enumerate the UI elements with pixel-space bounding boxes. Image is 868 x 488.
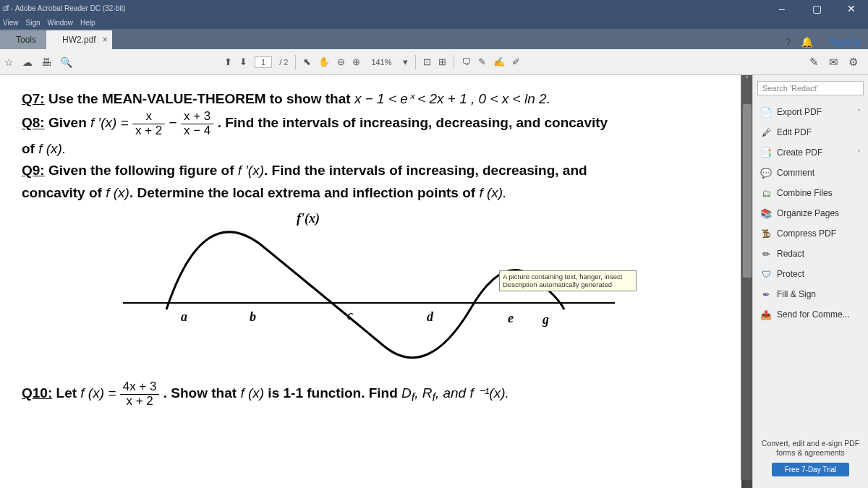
zoom-in-icon[interactable]: ⊕ [352,56,360,67]
point-e: e [508,308,514,329]
divider [295,55,296,69]
q9-label: Q9: [22,163,45,178]
q8-given: Given [45,116,90,131]
hand-tool-icon[interactable]: ✋ [318,56,330,67]
scroll-up-icon[interactable]: ˄ [741,75,752,87]
free-trial-button[interactable]: Free 7-Day Trial [772,463,850,476]
close-window-button[interactable]: ✕ [839,3,864,14]
print-icon[interactable]: 🖶 [41,56,51,68]
tool-label: Comment [777,168,814,178]
chevron-down-icon: ˅ [857,108,861,116]
toolbar-center: ⬆ ⬇ 1 / 2 ⬉ ✋ ⊖ ⊕ 141% ▾ ⊡ ⊞ 🗨 ✎ ✍ ✐ [224,55,520,69]
draw-icon[interactable]: ✍ [493,56,505,67]
vertical-scrollbar[interactable] [741,75,752,480]
protect-icon: 🛡 [760,268,772,280]
point-a: a [181,307,187,328]
alt-text-tooltip: A picture containing text, hanger, insec… [499,270,637,291]
q7-line: Q7: Use the MEAN-VALUE-THEOREM to show t… [22,88,720,110]
tool-label: Protect [777,269,804,279]
menu-help[interactable]: Help [80,19,95,27]
redact-icon: ✏ [760,248,772,260]
tool-export-pdf[interactable]: 📄Export PDF˅ [757,103,864,121]
organize-icon: 📚 [760,207,772,219]
sign-tool-icon[interactable]: ✎ [809,56,819,69]
document-page[interactable]: Q7: Use the MEAN-VALUE-THEOREM to show t… [0,75,741,488]
more-icon[interactable]: ⚙ [848,56,858,69]
fit-width-icon[interactable]: ⊡ [423,56,431,67]
zoom-out-icon[interactable]: ⊖ [337,56,345,67]
main-area: Q7: Use the MEAN-VALUE-THEOREM to show t… [0,75,868,488]
q9-line1: Q9: Given the following figure of f ′(x)… [22,160,720,181]
q8-rest: . Find the intervals of increasing, decr… [218,116,608,131]
menu-window[interactable]: Window [48,19,74,27]
tools-sidebar: Search 'Redact' 📄Export PDF˅ 🖉Edit PDF 📑… [752,75,868,488]
fit-page-icon[interactable]: ⊞ [438,56,446,67]
chevron-down-icon: ˅ [857,149,861,157]
tool-label: Send for Comme... [777,309,850,320]
select-tool-icon[interactable]: ⬉ [303,56,311,67]
tab-close-icon[interactable]: × [103,35,108,45]
tool-fill-sign[interactable]: ✒Fill & Sign [757,285,864,304]
page-up-icon[interactable]: ⬆ [224,56,232,67]
tab-bar: Tools HW2.pdf × ? 🔔 Sign In [0,29,868,49]
divider [454,55,454,69]
q9-line2: concavity of f (x). Determine the local … [22,182,720,204]
star-icon[interactable]: ☆ [4,56,14,68]
search-icon[interactable]: 🔍 [60,56,72,68]
page-down-icon[interactable]: ⬇ [239,56,247,67]
menu-sign[interactable]: Sign [26,19,41,27]
tool-compress-pdf[interactable]: 🗜Compress PDF [757,224,864,243]
bell-icon[interactable]: 🔔 [801,36,813,48]
mail-icon[interactable]: ✉ [829,56,838,69]
comment-icon: 💬 [760,167,772,179]
maximize-button[interactable]: ▢ [804,3,829,14]
tool-send-comment[interactable]: 📤Send for Comme... [757,305,864,324]
document-container: Q7: Use the MEAN-VALUE-THEOREM to show t… [0,75,752,488]
sidebar-search-input[interactable]: Search 'Redact' [757,81,864,95]
tool-label: Export PDF [777,107,822,117]
sign-in-link[interactable]: Sign In [829,36,861,48]
tool-redact[interactable]: ✏Redact [757,244,864,263]
divider [415,55,416,69]
highlight-icon[interactable]: ✎ [478,56,486,67]
page-number-input[interactable]: 1 [255,56,272,68]
tool-label: Edit PDF [777,127,812,137]
toolbar-right: ✎ ✉ ⚙ [809,56,868,69]
tool-label: Create PDF [777,147,822,158]
tool-comment[interactable]: 💬Comment [757,163,864,182]
export-icon: 📄 [760,106,772,118]
window-controls: – ▢ ✕ [770,0,868,17]
zoom-value[interactable]: 141% [367,56,395,68]
send-icon: 📤 [760,309,772,320]
promo-panel: Convert, edit and e-sign PDF forms & agr… [757,433,864,482]
tooltip-line1: A picture containing text, hanger, insec… [503,273,633,281]
compress-icon: 🗜 [760,228,772,239]
tool-protect[interactable]: 🛡Protect [757,265,864,283]
tab-document[interactable]: HW2.pdf × [46,30,112,49]
tool-label: Organize Pages [777,208,839,218]
help-icon[interactable]: ? [786,36,791,48]
app-title: df - Adobe Acrobat Reader DC (32-bit) [3,4,126,12]
q8-line2: of f (x). [22,138,720,160]
menu-view[interactable]: View [3,19,19,27]
minimize-button[interactable]: – [770,3,794,14]
comment-icon[interactable]: 🗨 [461,56,471,67]
tooltip-line2: Description automatically generated [503,281,633,288]
erase-icon[interactable]: ✐ [512,56,520,67]
q8-line1: Q8: Given f ′(x) = xx + 2 − x + 3x − 4 .… [22,110,720,137]
tool-organize-pages[interactable]: 📚Organize Pages [757,204,864,223]
zoom-dropdown-icon[interactable]: ▾ [403,56,408,67]
tool-combine-files[interactable]: 🗂Combine Files [757,184,864,202]
point-d: d [427,307,433,328]
q7-math: x − 1 < eˣ < 2x + 1 , 0 < x < ln 2. [354,91,550,106]
tool-edit-pdf[interactable]: 🖉Edit PDF [757,123,864,142]
q8-fprime: f ′(x) = [90,116,129,131]
tab-document-label: HW2.pdf [62,35,96,45]
tool-label: Compress PDF [777,228,836,239]
toolbar-left: ☆ ☁ 🖶 🔍 [4,56,72,68]
tab-tools[interactable]: Tools [0,30,46,49]
tool-label: Redact [777,249,804,259]
cloud-icon[interactable]: ☁ [22,56,33,68]
tool-create-pdf[interactable]: 📑Create PDF˅ [757,143,864,162]
point-b: b [250,307,256,328]
